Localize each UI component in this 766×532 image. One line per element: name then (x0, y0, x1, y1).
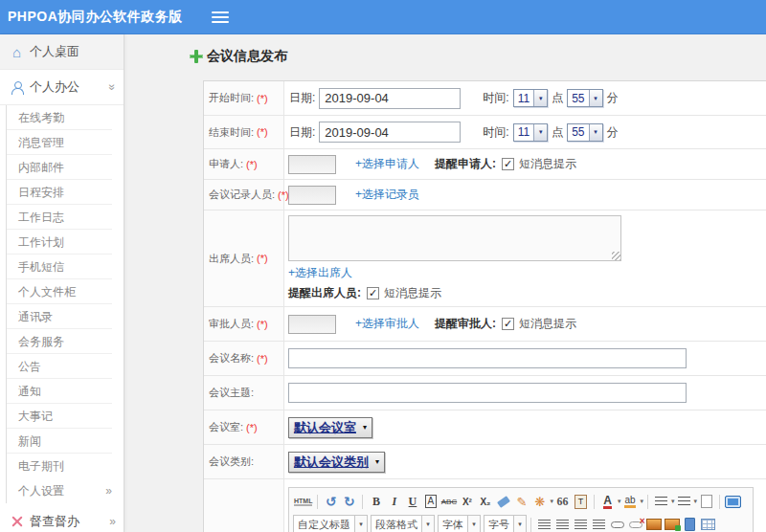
insert-table-icon[interactable] (700, 516, 716, 532)
pick-recorder-link[interactable]: +选择记录员 (355, 187, 419, 203)
font-color-icon[interactable]: A (599, 493, 616, 510)
end-date-input[interactable] (319, 122, 461, 143)
field-label: 申请人: (*) (204, 149, 284, 179)
start-hour-select[interactable]: 11 ▾ (513, 89, 548, 107)
paragraph-format-select[interactable]: 段落格式 (371, 515, 422, 532)
auto-typeset-icon[interactable]: ❋ (531, 493, 548, 510)
insert-media-icon[interactable] (682, 516, 698, 532)
redo-icon[interactable]: ↻ (341, 493, 357, 510)
font-size-select[interactable]: 字号 (484, 515, 514, 532)
meeting-room-select[interactable]: 默认会议室 ▾ (288, 417, 372, 438)
heading-select[interactable]: 自定义标题 (293, 515, 355, 532)
form-row-meeting-name: 会议名称: (*) (204, 342, 766, 376)
select-arrow-icon[interactable]: ▾ (468, 515, 481, 532)
superscript-icon[interactable]: X² (459, 493, 475, 510)
sidebar-item-contacts[interactable]: 通讯录 (7, 304, 112, 329)
required-mark: (*) (257, 253, 268, 264)
select-arrow-icon[interactable]: ▾ (514, 515, 527, 532)
meeting-form: 开始时间: (*) 日期: 时间: 11 ▾ 点 55 (203, 80, 766, 532)
sidebar-item-notice[interactable]: 通知 (7, 379, 112, 404)
sidebar-item-meeting-service[interactable]: 会务服务 (7, 329, 112, 354)
field-label: 会议主题: (204, 376, 284, 410)
sidebar-item-label: 个人设置 (18, 478, 64, 503)
recorder-input[interactable] (288, 186, 336, 205)
office-submenu: 在线考勤 消息管理 内部邮件 日程安排 工作日志 工作计划 手机短信 个人文件柜… (6, 105, 124, 503)
sidebar-item-schedule[interactable]: 日程安排 (7, 180, 112, 205)
sidebar-item-supervise[interactable]: 督查督办 » (0, 503, 124, 532)
sidebar-item-messages[interactable]: 消息管理 (7, 130, 112, 155)
hour-unit: 点 (552, 90, 563, 106)
align-center-icon[interactable] (554, 516, 571, 532)
sidebar-item-work-log[interactable]: 工作日志 (7, 205, 112, 230)
scrawl-icon[interactable] (664, 516, 680, 532)
meeting-name-input[interactable] (288, 348, 687, 368)
blockquote-icon[interactable]: 66 (554, 493, 571, 510)
sidebar-item-office[interactable]: 个人办公 » (0, 70, 124, 105)
remove-link-icon[interactable] (627, 516, 643, 532)
form-row-meeting-type: 会议类别: 默认会议类别 ▾ (204, 445, 766, 479)
sidebar-item-work-plan[interactable]: 工作计划 (7, 230, 112, 255)
pick-approver-link[interactable]: +选择审批人 (355, 316, 419, 332)
pick-attendee-link[interactable]: +选择出席人 (288, 265, 352, 281)
undo-icon[interactable]: ↺ (323, 493, 339, 510)
sidebar-item-internal-mail[interactable]: 内部邮件 (7, 155, 112, 180)
sidebar-item-label: 个人桌面 (30, 43, 79, 60)
chevron-right-icon: » (109, 515, 116, 528)
dropdown-caret-icon[interactable]: ▾ (640, 498, 643, 505)
ordered-list-icon[interactable] (653, 493, 669, 510)
fullscreen-icon[interactable] (725, 493, 741, 510)
sidebar-item-attendance[interactable]: 在线考勤 (7, 105, 112, 130)
align-left-icon[interactable] (536, 516, 552, 532)
sms-remind-checkbox[interactable]: ✓ (502, 158, 514, 170)
sms-remind-checkbox[interactable]: ✓ (367, 287, 379, 299)
pick-applicant-link[interactable]: +选择申请人 (355, 156, 419, 172)
end-hour-select[interactable]: 11 ▾ (513, 123, 548, 142)
dropdown-caret-icon[interactable]: ▾ (618, 498, 621, 505)
new-page-icon[interactable] (698, 493, 714, 510)
rich-text-editor: HTML ↺ ↻ B I U A ABC X² (288, 487, 754, 532)
end-minute-select[interactable]: 55 ▾ (567, 123, 602, 142)
sidebar-item-announcement[interactable]: 公告 (7, 354, 112, 379)
align-justify-icon[interactable] (591, 516, 607, 532)
approver-input[interactable] (288, 315, 336, 334)
insert-link-icon[interactable] (609, 516, 625, 532)
time-label: 时间: (483, 90, 508, 106)
attendees-textarea[interactable] (288, 215, 621, 261)
sidebar-item-journal[interactable]: 电子期刊 (7, 454, 112, 478)
subscript-icon[interactable]: X₂ (477, 493, 493, 510)
select-arrow-icon[interactable]: ▾ (355, 515, 368, 532)
sidebar-item-news[interactable]: 新闻 (7, 429, 112, 454)
paste-word-icon[interactable]: T (573, 493, 589, 510)
font-border-icon[interactable]: A (425, 495, 438, 508)
eraser-icon[interactable] (495, 493, 511, 510)
strikethrough-icon[interactable]: ABC (440, 493, 457, 510)
sidebar-item-desktop[interactable]: ⌂ 个人桌面 (0, 34, 124, 70)
insert-image-icon[interactable] (645, 516, 662, 532)
minute-unit: 分 (607, 90, 619, 106)
meeting-topic-input[interactable] (288, 383, 687, 403)
format-painter-icon[interactable]: ✎ (513, 493, 529, 510)
unordered-list-icon[interactable] (676, 493, 692, 510)
sidebar-item-events[interactable]: 大事记 (7, 404, 112, 429)
sidebar-item-settings[interactable]: 个人设置 » (7, 478, 112, 503)
align-right-icon[interactable] (573, 516, 589, 532)
start-date-input[interactable] (319, 88, 461, 109)
italic-icon[interactable]: I (386, 493, 402, 510)
sidebar-item-file-cabinet[interactable]: 个人文件柜 (7, 279, 112, 304)
menu-toggle-icon[interactable] (212, 11, 229, 23)
dropdown-caret-icon[interactable]: ▾ (694, 498, 698, 505)
font-family-select[interactable]: 字体 (438, 515, 468, 532)
applicant-input[interactable] (288, 155, 336, 174)
add-icon (190, 50, 203, 63)
source-code-button[interactable]: HTML (294, 498, 312, 506)
dropdown-caret-icon[interactable]: ▾ (550, 498, 553, 505)
dropdown-caret-icon[interactable]: ▾ (671, 498, 675, 505)
bold-icon[interactable]: B (368, 493, 384, 510)
meeting-type-select[interactable]: 默认会议类别 ▾ (288, 452, 385, 473)
sms-remind-checkbox[interactable]: ✓ (502, 318, 514, 330)
start-minute-select[interactable]: 55 ▾ (567, 89, 602, 107)
highlight-color-icon[interactable]: ab (621, 493, 638, 510)
select-arrow-icon[interactable]: ▾ (422, 515, 435, 532)
underline-icon[interactable]: U (404, 493, 420, 510)
sidebar-item-mobile-sms[interactable]: 手机短信 (7, 255, 112, 279)
